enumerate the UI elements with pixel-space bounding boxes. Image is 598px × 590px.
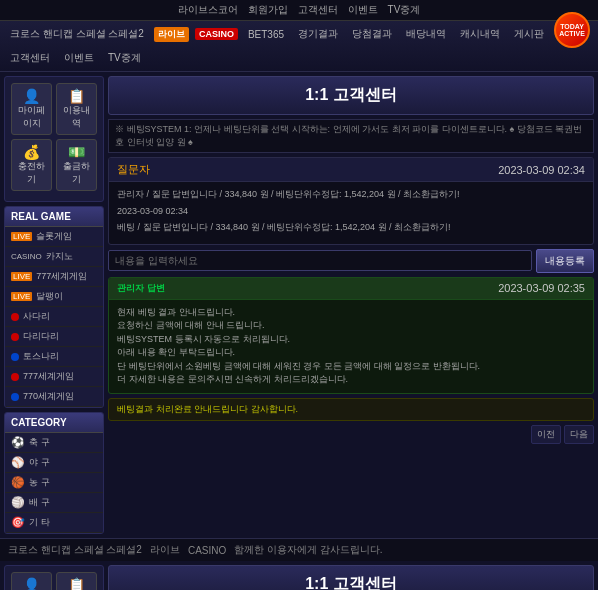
question-box-1: 질문자 2023-03-09 02:34 관리자 / 질문 답변입니다 / 33… <box>108 157 594 245</box>
question-content-1: 관리자 / 질문 답변입니다 / 334,840 원 / 베팅단위수정답: 1,… <box>109 182 593 244</box>
category-basketball[interactable]: 🏀 농 구 <box>5 473 103 493</box>
nav-bet365[interactable]: BET365 <box>244 27 288 42</box>
category-soccer[interactable]: ⚽ 축 구 <box>5 433 103 453</box>
deposit-icon: 💰 <box>16 144 47 160</box>
user-panel-2: 👤 마이페이지 📋 이용내역 💰 충전하기 💵 출금하기 <box>4 565 104 590</box>
sidebar-item-777[interactable]: LIVE 777세계게임 <box>5 267 103 287</box>
sidebar-item-770[interactable]: 770세계게임 <box>5 387 103 407</box>
blue-dot-icon-2 <box>11 393 19 401</box>
deposit-button[interactable]: 💰 충전하기 <box>11 139 52 191</box>
page-title-2: 1:1 고객센터 <box>117 574 585 590</box>
category-baseball[interactable]: ⚾ 야 구 <box>5 453 103 473</box>
casino-badge: CASINO <box>195 28 238 40</box>
submit-button-1[interactable]: 내용등록 <box>536 249 594 273</box>
basketball-icon: 🏀 <box>11 476 25 489</box>
casino-mini-badge: CASINO <box>11 252 42 261</box>
top-navigation: 라이브스코어 회원가입 고객센터 이벤트 TV중계 <box>0 0 598 21</box>
message-input-1[interactable] <box>108 250 532 271</box>
nav-board[interactable]: 게시판 <box>510 25 548 43</box>
panel-2: 👤 마이페이지 📋 이용내역 💰 충전하기 💵 출금하기 <box>0 561 598 590</box>
sidebar-item-casino[interactable]: CASINO 카지노 <box>5 247 103 267</box>
bottom-site-name: 크로스 핸디캡 스페셜 스페셜2 <box>8 543 142 557</box>
red-dot-icon <box>11 313 19 321</box>
question-header-1: 질문자 2023-03-09 02:34 <box>109 158 593 182</box>
user-panel-1: 👤 마이페이지 📋 이용내역 💰 충전하기 💵 출금하기 <box>4 76 104 202</box>
blue-dot-icon <box>11 353 19 361</box>
real-game-header-1: REAL GAME <box>5 207 103 227</box>
nav-results[interactable]: 경기결과 <box>294 25 342 43</box>
top-nav-event[interactable]: 이벤트 <box>348 3 378 17</box>
withdraw-icon: 💵 <box>61 144 92 160</box>
bottom-casino-badge: CASINO <box>188 545 226 556</box>
top-nav-support[interactable]: 고객센터 <box>298 3 338 17</box>
nav-tv[interactable]: TV중계 <box>104 49 145 67</box>
top-nav-livescore[interactable]: 라이브스코어 <box>178 3 238 17</box>
live-tag-2: LIVE <box>11 272 32 281</box>
question-timestamp-1: 2023-03-09 02:34 <box>498 164 585 176</box>
main-content-2: 1:1 고객센터 ※ 베팅SYSTEM 1: 언제나 베팅단위를 선택 시작하는… <box>108 565 594 590</box>
reply-timestamp-1: 2023-03-09 02:35 <box>498 282 585 294</box>
nav-winning[interactable]: 당첨결과 <box>348 25 396 43</box>
user-icon: 👤 <box>16 88 47 104</box>
red-dot-icon-3 <box>11 373 19 381</box>
bottom-thanks: 함께한 이용자에게 감사드립니다. <box>234 543 382 557</box>
status-box-1: 베팅결과 처리완료 안내드립니다 감사합니다. <box>108 398 594 421</box>
category-section-1: CATEGORY ⚽ 축 구 ⚾ 야 구 🏀 농 구 🏐 배 구 🎯 기 타 <box>4 412 104 534</box>
sidebar-item-777b[interactable]: 777세계게임 <box>5 367 103 387</box>
history-icon: 📋 <box>61 88 92 104</box>
withdraw-button[interactable]: 💵 출금하기 <box>56 139 97 191</box>
bottom-live-badge: 라이브 <box>150 543 180 557</box>
real-game-section-1: REAL GAME LIVE 슬롯게임 CASINO 카지노 LIVE 777세… <box>4 206 104 408</box>
sidebar-item-live-slot[interactable]: LIVE 슬롯게임 <box>5 227 103 247</box>
user-icon-2: 👤 <box>16 577 47 590</box>
category-other[interactable]: 🎯 기 타 <box>5 513 103 533</box>
other-sport-icon: 🎯 <box>11 516 25 529</box>
reply-line-6: 더 자세한 내용은 문의주시면 신속하게 처리드리겠습니다. <box>117 373 585 387</box>
sidebar-1: 👤 마이페이지 📋 이용내역 💰 충전하기 💵 출금하기 <box>4 76 104 534</box>
soccer-icon: ⚽ <box>11 436 25 449</box>
reply-line-1: 현재 베팅 결과 안내드립니다. <box>117 306 585 320</box>
sidebar-item-ladder[interactable]: 사다리 <box>5 307 103 327</box>
next-btn-1[interactable]: 다음 <box>564 425 594 444</box>
mypage-button[interactable]: 👤 마이페이지 <box>11 83 52 135</box>
history-icon-2: 📋 <box>61 577 92 590</box>
question-text-1: 관리자 / 질문 답변입니다 / 334,840 원 / 베팅단위수정답: 1,… <box>117 188 585 202</box>
question-text-3: 베팅 / 질문 답변입니다 / 334,840 원 / 베팅단위수정답: 1,5… <box>117 221 585 235</box>
main-content-1: 1:1 고객센터 ※ 베팅SYSTEM 1: 언제나 베팅단위를 선택 시작하는… <box>108 76 594 534</box>
top-nav-register[interactable]: 회원가입 <box>248 3 288 17</box>
reply-line-2: 요청하신 금액에 대해 안내 드립니다. <box>117 319 585 333</box>
top-nav-tv[interactable]: TV중계 <box>388 3 421 17</box>
volleyball-icon: 🏐 <box>11 496 25 509</box>
sidebar-item-tosnari[interactable]: 토스나리 <box>5 347 103 367</box>
history-button-2[interactable]: 📋 이용내역 <box>56 572 97 590</box>
admin-tag-1: 관리자 답변 <box>117 282 165 295</box>
history-button[interactable]: 📋 이용내역 <box>56 83 97 135</box>
sidebar-item-daridari[interactable]: 다리다리 <box>5 327 103 347</box>
site-name: 크로스 핸디캡 스페셜 스페셜2 <box>6 25 148 43</box>
page-title-bar-1: 1:1 고객센터 <box>108 76 594 115</box>
reply-box-1: 관리자 답변 2023-03-09 02:35 현재 베팅 결과 안내드립니다.… <box>108 277 594 394</box>
category-header-1: CATEGORY <box>5 413 103 433</box>
nav-cash[interactable]: 캐시내역 <box>456 25 504 43</box>
live-badge: 라이브 <box>154 27 189 42</box>
today-active-badge[interactable]: TODAYACTIVE <box>554 12 590 48</box>
live-tag-3: LIVE <box>11 292 32 301</box>
nav-event[interactable]: 이벤트 <box>60 49 98 67</box>
question-text-2: 2023-03-09 02:34 <box>117 205 585 219</box>
reply-line-4: 아래 내용 확인 부탁드립니다. <box>117 346 585 360</box>
nav-odds[interactable]: 배당내역 <box>402 25 450 43</box>
main-navigation: 크로스 핸디캡 스페셜 스페셜2 라이브 CASINO BET365 경기결과 … <box>0 21 598 72</box>
panel-1: 👤 마이페이지 📋 이용내역 💰 충전하기 💵 출금하기 <box>0 72 598 538</box>
prev-btn-1[interactable]: 이전 <box>531 425 561 444</box>
live-tag: LIVE <box>11 232 32 241</box>
category-volleyball[interactable]: 🏐 배 구 <box>5 493 103 513</box>
reply-header-1: 관리자 답변 2023-03-09 02:35 <box>109 278 593 300</box>
notice-bar-1: ※ 베팅SYSTEM 1: 언제나 베팅단위를 선택 시작하는: 언제에 가서도… <box>108 119 594 153</box>
reply-line-3: 베팅SYSTEM 등록시 자동으로 처리됩니다. <box>117 333 585 347</box>
reply-line-5: 단 베팅단위에서 소원베팅 금액에 대해 세워진 경우 모든 금액에 대해 일정… <box>117 360 585 374</box>
page-title-bar-2: 1:1 고객센터 <box>108 565 594 590</box>
sidebar-item-live-game[interactable]: LIVE 달팽이 <box>5 287 103 307</box>
pagination-1: 이전 다음 <box>108 425 594 444</box>
nav-support[interactable]: 고객센터 <box>6 49 54 67</box>
mypage-button-2[interactable]: 👤 마이페이지 <box>11 572 52 590</box>
